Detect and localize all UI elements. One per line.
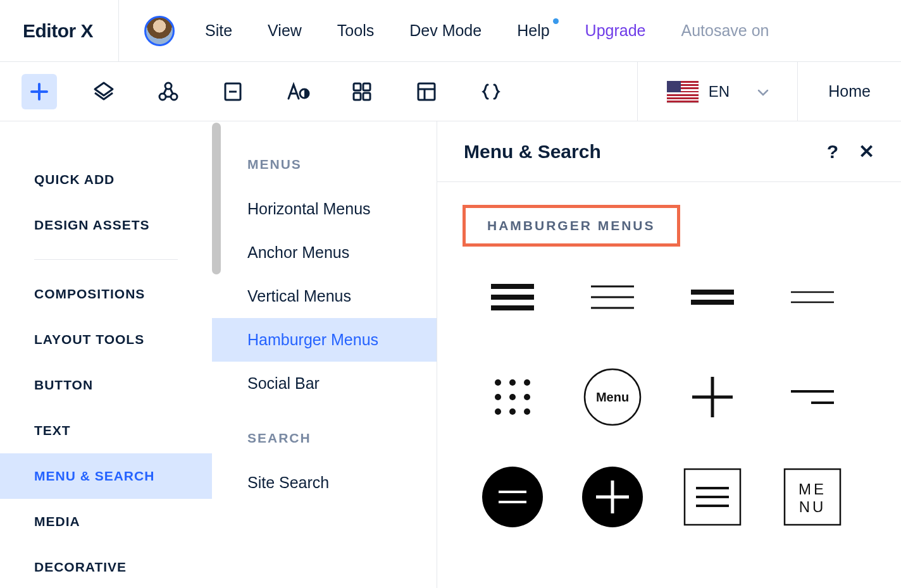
leftnav-media[interactable]: MEDIA <box>34 499 212 544</box>
topmenu-site[interactable]: Site <box>205 21 232 40</box>
leftnav-button[interactable]: BUTTON <box>34 362 212 408</box>
svg-point-2 <box>171 94 177 100</box>
page-label: Home <box>828 82 871 101</box>
svg-point-31 <box>524 408 530 415</box>
mid-item-horizontal[interactable]: Horizontal Menus <box>212 187 437 231</box>
mid-item-social[interactable]: Social Bar <box>212 362 437 405</box>
svg-point-28 <box>524 394 530 400</box>
svg-text:NU: NU <box>799 498 826 515</box>
top-menu: Site View Tools Dev Mode Help Upgrade Au… <box>205 21 769 40</box>
mid-item-vertical[interactable]: Vertical Menus <box>212 274 437 318</box>
hamburger-thumb-short-offset[interactable] <box>762 367 862 427</box>
data-icon[interactable] <box>409 74 444 109</box>
help-icon[interactable]: ? <box>827 141 838 162</box>
avatar[interactable] <box>144 16 175 46</box>
svg-rect-8 <box>354 93 361 100</box>
help-notification-dot <box>553 18 559 24</box>
breakpoints-icon[interactable] <box>151 74 186 109</box>
mid-item-anchor[interactable]: Anchor Menus <box>212 231 437 274</box>
page-selector[interactable]: Home <box>798 62 901 121</box>
topmenu-view[interactable]: View <box>268 21 302 40</box>
theme-icon[interactable] <box>280 74 315 109</box>
leftnav-design-assets[interactable]: DESIGN ASSETS <box>34 202 212 248</box>
svg-point-23 <box>495 379 501 386</box>
code-icon[interactable] <box>473 74 509 109</box>
language-code: EN <box>709 83 730 101</box>
svg-point-25 <box>524 379 530 386</box>
mid-section-menus: MENUS <box>212 157 437 187</box>
us-flag-icon <box>667 81 699 102</box>
topmenu-upgrade[interactable]: Upgrade <box>585 21 646 40</box>
top-bar: Editor X Site View Tools Dev Mode Help U… <box>0 0 901 62</box>
chevron-down-icon <box>757 83 769 101</box>
svg-text:Menu: Menu <box>596 390 629 404</box>
middle-column: MENUS Horizontal Menus Anchor Menus Vert… <box>212 121 437 588</box>
topmenu-help-label: Help <box>517 21 549 39</box>
svg-rect-10 <box>418 83 435 100</box>
hamburger-grid: Menu <box>463 267 876 527</box>
close-icon[interactable]: ✕ <box>859 140 874 162</box>
leftnav-menu-search[interactable]: MENU & SEARCH <box>0 453 212 499</box>
topmenu-devmode[interactable]: Dev Mode <box>409 21 482 40</box>
right-panel-body: HAMBURGER MENUS <box>437 182 901 550</box>
mid-spacer <box>212 405 437 431</box>
topmenu-help[interactable]: Help <box>517 21 549 40</box>
leftnav-layout-tools[interactable]: LAYOUT TOOLS <box>34 317 212 362</box>
topmenu-autosave: Autosave on <box>681 21 769 40</box>
hamburger-thumb-plus-black[interactable] <box>562 467 662 527</box>
tool-icons <box>0 62 637 121</box>
brand-logo: Editor X <box>23 20 118 42</box>
leftnav-text[interactable]: TEXT <box>34 408 212 453</box>
svg-point-38 <box>482 467 543 527</box>
toolbar: EN Home <box>0 62 901 121</box>
leftnav-scrollbar[interactable] <box>212 123 221 274</box>
hamburger-thumb-menu-circle[interactable]: Menu <box>562 367 662 427</box>
svg-text:ME: ME <box>798 481 826 498</box>
add-panel-button[interactable] <box>22 74 57 109</box>
leftnav-quick-add[interactable]: QUICK ADD <box>34 157 212 202</box>
svg-point-24 <box>509 379 516 386</box>
mid-item-hamburger[interactable]: Hamburger Menus <box>212 318 437 362</box>
svg-point-30 <box>509 408 516 415</box>
svg-rect-6 <box>354 83 361 90</box>
svg-point-26 <box>495 394 501 400</box>
leftnav-decorative[interactable]: DECORATIVE <box>34 544 212 588</box>
left-nav: QUICK ADD DESIGN ASSETS COMPOSITIONS LAY… <box>0 121 212 588</box>
mid-section-search: SEARCH <box>212 431 437 461</box>
mid-item-site-search[interactable]: Site Search <box>212 461 437 505</box>
right-panel-title: Menu & Search <box>464 141 601 162</box>
masters-icon[interactable] <box>344 74 380 109</box>
hamburger-thumb-classic-thin[interactable] <box>562 267 662 328</box>
hamburger-thumb-dots[interactable] <box>463 367 562 427</box>
hamburger-thumb-plus[interactable] <box>662 367 762 427</box>
topbar-divider <box>118 0 119 62</box>
main-area: QUICK ADD DESIGN ASSETS COMPOSITIONS LAY… <box>0 121 901 588</box>
svg-rect-7 <box>363 83 370 90</box>
page-icon[interactable] <box>215 74 251 109</box>
leftnav-divider <box>34 259 178 260</box>
hamburger-thumb-two-thin[interactable] <box>762 267 862 328</box>
hamburger-thumb-boxed-lines[interactable] <box>662 467 762 527</box>
section-label: HAMBURGER MENUS <box>487 218 656 233</box>
svg-point-1 <box>159 94 166 100</box>
hamburger-thumb-two-bold[interactable] <box>662 267 762 328</box>
hamburger-thumb-equals-black[interactable] <box>463 467 562 527</box>
right-panel: Menu & Search ? ✕ HAMBURGER MENUS <box>437 121 901 588</box>
svg-point-27 <box>509 394 516 400</box>
language-selector[interactable]: EN <box>637 62 798 121</box>
topmenu-tools[interactable]: Tools <box>337 21 374 40</box>
layers-icon[interactable] <box>86 74 121 109</box>
svg-rect-9 <box>363 93 370 100</box>
right-panel-header: Menu & Search ? ✕ <box>437 121 901 182</box>
section-label-highlight: HAMBURGER MENUS <box>463 205 680 247</box>
svg-point-0 <box>165 83 171 89</box>
svg-point-29 <box>495 408 501 415</box>
hamburger-thumb-classic-bold[interactable] <box>463 267 562 328</box>
hamburger-thumb-boxed-menu[interactable]: ME NU <box>762 467 862 527</box>
right-panel-actions: ? ✕ <box>827 140 874 162</box>
leftnav-compositions[interactable]: COMPOSITIONS <box>34 271 212 317</box>
